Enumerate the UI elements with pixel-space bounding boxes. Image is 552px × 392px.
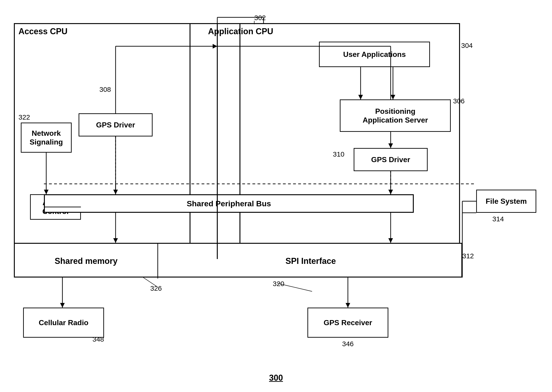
file-system-label: File System	[486, 197, 527, 206]
ref-322: 322	[19, 113, 30, 121]
access-cpu-label: Access CPU	[19, 27, 68, 36]
svg-marker-28	[345, 303, 350, 308]
svg-marker-30	[60, 303, 65, 308]
ref-304: 304	[461, 42, 473, 49]
gps-driver-right-box: GPS Driver	[354, 148, 428, 171]
cellular-radio-label: Cellular Radio	[39, 318, 88, 327]
ref-320: 320	[273, 280, 284, 288]
spi-interface-section: SPI Interface	[158, 244, 463, 279]
gps-driver-left-box: GPS Driver	[79, 113, 152, 136]
network-signaling-box: Network Signaling	[21, 123, 72, 153]
ref-310: 310	[333, 150, 345, 158]
network-signaling-label: Network Signaling	[30, 129, 63, 147]
gps-driver-left-label: GPS Driver	[96, 120, 135, 129]
shared-peripheral-bus: Shared Peripheral Bus	[44, 194, 414, 213]
user-applications-box: User Applications	[319, 42, 430, 67]
gps-receiver-label: GPS Receiver	[324, 318, 372, 327]
ref-346: 346	[342, 340, 354, 348]
bottom-combined-box: Shared memory SPI Interface	[14, 243, 462, 278]
ref-326: 326	[150, 284, 162, 292]
ref-302: 302	[254, 14, 266, 22]
positioning-app-server-box: Positioning Application Server	[340, 99, 451, 132]
file-system-box: File System	[476, 190, 536, 213]
ref-348: 348	[92, 335, 104, 343]
spi-interface-label: SPI Interface	[285, 256, 336, 266]
ref-308: 308	[99, 86, 111, 93]
shared-memory-section: Shared memory	[15, 244, 158, 279]
figure-number: 300	[269, 373, 283, 383]
app-cpu-label: Application CPU	[208, 27, 273, 36]
ref-306: 306	[453, 97, 465, 105]
gps-receiver-box: GPS Receiver	[307, 308, 388, 338]
user-applications-label: User Applications	[343, 50, 406, 59]
positioning-app-server-label: Positioning Application Server	[363, 107, 428, 125]
shared-memory-label: Shared memory	[55, 256, 117, 266]
gps-driver-right-label: GPS Driver	[371, 155, 410, 164]
ref-312: 312	[462, 252, 474, 260]
ref-314: 314	[492, 215, 504, 223]
diagram: Access CPU Application CPU 302 304 User …	[0, 0, 552, 392]
shared-peripheral-bus-label: Shared Peripheral Bus	[187, 199, 271, 208]
cellular-radio-box: Cellular Radio	[23, 308, 104, 338]
